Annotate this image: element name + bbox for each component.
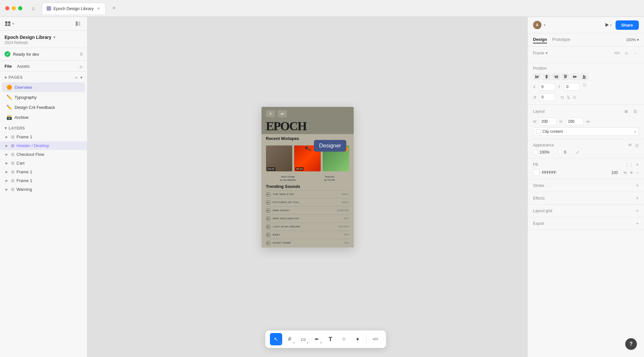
design-tab[interactable]: Design [533, 36, 547, 43]
layers-section: ▾ Layers ▶ ⊞ Frame 1 ▶ ⊞ Header / Deskto… [0, 122, 87, 357]
align-left-button[interactable] [533, 73, 541, 80]
pen-tool-button[interactable]: ✒ ▾ [311, 333, 323, 345]
user-area[interactable]: A ▾ [533, 21, 545, 29]
layers-section-title: ▾ Layers [5, 126, 25, 131]
frame-label: Frame ▾ [533, 51, 548, 55]
track-play-7[interactable]: ▶ [266, 241, 271, 245]
layer-grid-active-icon: ⊞ [11, 143, 15, 148]
align-center-h-button[interactable] [542, 73, 551, 80]
align-right-button[interactable] [552, 73, 560, 80]
tab-close-button[interactable]: ✕ [96, 6, 101, 11]
r-input[interactable] [539, 93, 555, 101]
layer-header-desktop[interactable]: ▶ ⊞ Header / Desktop [0, 141, 87, 150]
constrain-icon[interactable]: ⊙ [573, 95, 576, 100]
layer-frame1-first[interactable]: ▶ ⊞ Frame 1 [0, 132, 87, 141]
new-tab-button[interactable]: + [110, 4, 118, 13]
border-checkbox[interactable] [558, 150, 562, 155]
h-input[interactable] [566, 118, 583, 125]
opacity-icon[interactable]: ◎ [635, 143, 639, 148]
code-icon-button[interactable]: </> [614, 50, 621, 57]
active-tab[interactable]: Epoch Design Library ✕ [42, 3, 106, 14]
align-bottom-button[interactable] [580, 73, 588, 80]
page-item-archive[interactable]: 🗃️ Archive [2, 112, 85, 122]
prototype-tab[interactable]: Prototype [552, 36, 570, 43]
track-play-1[interactable]: ▶ [266, 192, 271, 197]
page-item-typography[interactable]: ✏️ Typography [2, 92, 85, 102]
svg-rect-0 [5, 21, 7, 24]
file-tab[interactable]: File [5, 63, 12, 69]
align-center-v-button[interactable] [571, 73, 579, 80]
track-play-3[interactable]: ▶ [266, 208, 271, 213]
flip-h-icon[interactable]: ⇆ [561, 95, 564, 100]
layers-panel-toggle[interactable]: ▾ [5, 20, 14, 27]
sidebar-toolbar: ▾ [0, 17, 87, 31]
fill-checkbox[interactable] [533, 150, 538, 155]
svg-rect-19 [573, 76, 577, 77]
minimize-button[interactable] [12, 6, 16, 10]
play-button[interactable]: ▾ [603, 20, 613, 30]
fill-grid-icon[interactable]: ⋮⋮ [625, 162, 633, 167]
layer-warning[interactable]: ▶ ⊞ Warning [0, 185, 87, 194]
maximize-button[interactable] [18, 6, 22, 10]
track-play-6[interactable]: ▶ [266, 233, 271, 237]
layout-grid-add-button[interactable]: + [636, 208, 639, 214]
layer-checkout[interactable]: ▶ ⊞ Checkout Flow [0, 150, 87, 159]
text-tool-button[interactable]: T [324, 333, 337, 345]
mixtape-1-duration: 03:25 [267, 167, 275, 171]
layer-checkout-arrow: ▶ [5, 153, 9, 156]
code-tool-button[interactable]: </> [369, 333, 382, 345]
layer-frame1-second[interactable]: ▶ ⊞ Frame 1 [0, 167, 87, 176]
pages-chevron-icon[interactable]: ▾ [80, 75, 83, 80]
frame-tool-button[interactable]: # ▾ [283, 333, 296, 345]
layer-frame1-third[interactable]: ▶ ⊞ Frame 1 [0, 176, 87, 185]
track-play-4[interactable]: ▶ [266, 216, 271, 221]
home-button[interactable]: ⌂ [29, 4, 38, 13]
assets-tab[interactable]: Assets [17, 63, 29, 69]
resize-proportional-icon[interactable]: ⇔ [586, 119, 590, 124]
expand-icon[interactable]: ⤢ [576, 150, 580, 155]
flip-v-icon[interactable]: ⇅ [567, 95, 570, 100]
fill-remove-button[interactable]: − [636, 170, 639, 175]
y-input[interactable] [564, 83, 580, 91]
track-play-2[interactable]: ▶ [266, 200, 271, 205]
align-top-button[interactable] [561, 73, 570, 80]
zoom-control[interactable]: 100% ▾ [626, 38, 639, 42]
page-item-design-crit[interactable]: ✏️ Design Crit Feedback [2, 102, 85, 112]
fill-eye-icon[interactable]: 👁 [629, 170, 634, 175]
component-icon-button[interactable]: ◇ [623, 50, 630, 57]
ready-for-dev-row[interactable]: ✓ Ready for dev 5 [0, 48, 87, 61]
svg-rect-20 [573, 75, 574, 78]
help-button[interactable]: ? [625, 338, 637, 350]
constraints-icon[interactable]: ⊡ [632, 108, 639, 115]
export-add-button[interactable]: + [636, 221, 639, 226]
more-options-button[interactable]: ··· [632, 50, 639, 57]
page-item-overview[interactable]: 🟠 Overview [2, 82, 85, 92]
clip-checkbox-icon[interactable] [536, 129, 540, 134]
effects-add-button[interactable]: + [636, 195, 639, 201]
project-name[interactable]: Epoch Design Library ▾ [5, 35, 83, 40]
star-tool-button[interactable]: ✦ [351, 333, 364, 345]
x-input[interactable] [539, 83, 555, 91]
layers-section-header[interactable]: ▾ Layers [0, 122, 87, 132]
ellipse-tool-button[interactable]: ○ [338, 333, 350, 345]
fill-color-swatch[interactable] [533, 169, 539, 176]
page-design-crit-label: Design Crit Feedback [15, 105, 55, 110]
select-tool-button[interactable]: ↖ ▾ [270, 333, 282, 345]
auto-layout-icon[interactable]: ⊞ [623, 108, 630, 115]
eye-icon[interactable]: 👁 [628, 143, 632, 148]
stroke-add-button[interactable]: + [636, 183, 639, 189]
fill-value-row: FFFFFF 100 % 👁 − [533, 169, 639, 176]
svg-rect-10 [546, 75, 547, 79]
close-button[interactable] [5, 6, 9, 10]
track-play-5[interactable]: ▶ [266, 225, 271, 229]
shape-tool-button[interactable]: ▭ ▾ [297, 333, 309, 345]
sidebar-layout-toggle[interactable] [73, 20, 83, 27]
pages-section-header[interactable]: ▾ Pages + ▾ [0, 72, 87, 82]
main-canvas[interactable]: ≡ ⇌ EPOCH Recent Mixtapes 03:25 + 05:33 … [87, 17, 527, 357]
w-input[interactable] [539, 118, 557, 125]
fill-add-button[interactable]: + [636, 162, 639, 167]
layer-cart[interactable]: ▶ ⊞ Cart [0, 159, 87, 167]
share-button[interactable]: Share [616, 20, 639, 30]
pages-add-icon[interactable]: + [75, 75, 78, 80]
search-icon[interactable]: ⌕ [80, 63, 83, 69]
